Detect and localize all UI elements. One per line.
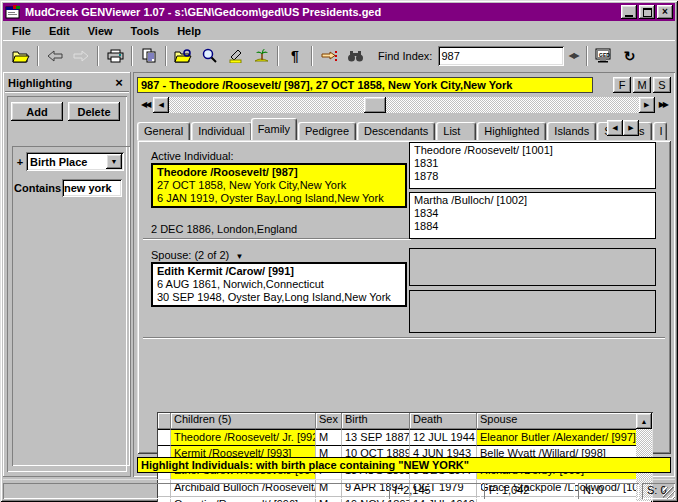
find-index-label: Find Index: xyxy=(378,50,432,62)
highlighting-panel-body: Add Delete + Birth Place ▼ Contains xyxy=(7,96,127,472)
toolbar-separator xyxy=(311,46,313,66)
marriage-date: 2 DEC 1886, London,England xyxy=(151,223,297,235)
maximize-button[interactable] xyxy=(639,5,655,19)
copy-icon xyxy=(142,48,156,63)
tab-islands[interactable]: Islands xyxy=(547,122,596,140)
main-area: 987 - Theodore /Roosevelt/ [987], 27 OCT… xyxy=(133,72,675,477)
highlighter-icon xyxy=(228,48,243,63)
contains-input[interactable] xyxy=(62,179,122,197)
tab-highlighted[interactable]: Highlighted xyxy=(477,122,546,140)
death-column-header[interactable]: Death xyxy=(410,413,477,429)
expand-rule-icon[interactable]: + xyxy=(14,156,26,168)
svg-text:GED: GED xyxy=(599,52,610,58)
refresh-button[interactable]: ↻ xyxy=(617,44,643,68)
panel-close-icon[interactable]: × xyxy=(112,75,126,90)
highlight-status-bar: Highlight Individuals: with birth place … xyxy=(137,457,671,473)
menu-file[interactable]: File xyxy=(3,23,40,39)
spouse-button[interactable]: S xyxy=(653,77,671,93)
tab-scroll-left-button[interactable]: ◀ xyxy=(607,120,623,136)
tab-list[interactable]: List xyxy=(436,122,476,140)
minimize-icon xyxy=(625,15,633,17)
active-individual-bar: 987 - Theodore /Roosevelt/ [987], 27 OCT… xyxy=(137,77,593,93)
menu-edit[interactable]: Edit xyxy=(40,23,79,39)
scrollbar-thumb[interactable] xyxy=(364,97,386,113)
record-navigator: ◀◀ ◀ ▶ ▶▶ xyxy=(137,96,671,113)
sex-column-header[interactable]: Sex xyxy=(316,413,342,429)
status-notes: N: 0 xyxy=(578,483,639,499)
toolbar-separator xyxy=(165,46,167,66)
chevron-down-icon[interactable]: ▼ xyxy=(106,154,122,169)
tab-individual[interactable]: Individual xyxy=(191,122,251,140)
scroll-up-button[interactable]: ▲ xyxy=(636,413,652,429)
toolbar-separator xyxy=(37,46,39,66)
tab-truncated[interactable]: I xyxy=(653,122,667,140)
highlight-button[interactable] xyxy=(222,44,248,68)
menu-tools[interactable]: Tools xyxy=(122,23,169,39)
table-row[interactable]: Theodore /Roosevelt/ Jr. [992 M 13 SEP 1… xyxy=(158,429,652,446)
find-button[interactable] xyxy=(342,44,368,68)
title-bar: MudCreek GENViewer 1.07 - s:\GEN\Gedcom\… xyxy=(3,3,675,21)
record-scrollbar[interactable] xyxy=(169,97,638,113)
tab-family[interactable]: Family xyxy=(251,118,297,140)
menu-bar: File Edit View Tools Help xyxy=(3,21,675,40)
menu-help[interactable]: Help xyxy=(168,23,210,39)
open-file-button[interactable] xyxy=(8,44,34,68)
forward-button[interactable] xyxy=(68,44,94,68)
magnifier-icon xyxy=(202,48,217,63)
status-individuals: I: 2,145 xyxy=(389,483,481,499)
ged-view-button[interactable]: GED xyxy=(591,44,617,68)
back-button[interactable] xyxy=(42,44,68,68)
zoom-button[interactable] xyxy=(196,44,222,68)
toolbar-separator xyxy=(277,46,279,66)
spouse-label: Spouse: (2 of 2) ▼ xyxy=(151,249,243,261)
menu-view[interactable]: View xyxy=(79,23,122,39)
active-individual-label: Active Individual: xyxy=(151,150,234,162)
scroll-left-button[interactable]: ◀ xyxy=(153,97,169,113)
islands-button[interactable] xyxy=(248,44,274,68)
back-arrow-icon xyxy=(47,50,63,62)
goto-button[interactable] xyxy=(316,44,342,68)
children-column-header[interactable]: Children (5) xyxy=(171,413,316,429)
scroll-right-button[interactable]: ▶ xyxy=(639,97,655,113)
highlighting-panel-header: Highlighting × xyxy=(5,74,129,92)
field-dropdown[interactable]: Birth Place ▼ xyxy=(26,152,124,171)
contains-label: Contains xyxy=(14,182,62,194)
find-index-input[interactable] xyxy=(438,46,564,66)
mother-box[interactable]: Martha /Bulloch/ [1002] 1834 1884 xyxy=(409,192,656,239)
add-button[interactable]: Add xyxy=(11,102,63,121)
active-individual-box[interactable]: Theodore /Roosevelt/ [987] 27 OCT 1858, … xyxy=(151,163,407,208)
last-record-button[interactable]: ▶▶ xyxy=(655,100,671,109)
window-title: MudCreek GENViewer 1.07 - s:\GEN\Gedcom\… xyxy=(25,6,619,18)
formatting-marks-button[interactable]: ¶ xyxy=(282,44,308,68)
close-button[interactable]: × xyxy=(657,5,673,19)
print-button[interactable] xyxy=(102,44,128,68)
folder-search-icon xyxy=(174,49,192,63)
highlight-rule-group: + Birth Place ▼ Contains xyxy=(12,146,130,466)
tab-scroll-right-button[interactable]: ▶ xyxy=(623,120,639,136)
maximize-icon xyxy=(643,8,652,17)
father-box[interactable]: Theodore /Roosevelt/ [1001] 1831 1878 xyxy=(409,142,656,189)
spouse-father-box[interactable] xyxy=(409,248,656,286)
spouse-dropdown-icon[interactable]: ▼ xyxy=(235,252,243,261)
pilcrow-icon: ¶ xyxy=(291,48,299,64)
first-record-button[interactable]: ◀◀ xyxy=(137,100,153,109)
delete-button[interactable]: Delete xyxy=(68,102,120,121)
app-icon xyxy=(5,5,21,19)
resize-grip[interactable] xyxy=(663,487,675,499)
app-window: MudCreek GENViewer 1.07 - s:\GEN\Gedcom\… xyxy=(0,0,678,502)
browse-highlights-button[interactable] xyxy=(170,44,196,68)
spouse-column-header[interactable]: Spouse xyxy=(477,413,652,429)
tab-pedigree[interactable]: Pedigree xyxy=(298,122,356,140)
birth-column-header[interactable]: Birth xyxy=(342,413,410,429)
ged-monitor-icon: GED xyxy=(595,48,613,63)
tab-general[interactable]: General xyxy=(137,122,190,140)
spouse-box[interactable]: Edith Kermit /Carow/ [991] 6 AUG 1861, N… xyxy=(151,262,407,307)
spouse-mother-box[interactable] xyxy=(409,290,656,333)
tab-descendants[interactable]: Descendants xyxy=(357,122,435,140)
minimize-button[interactable] xyxy=(621,5,637,19)
print-icon xyxy=(107,49,124,63)
father-button[interactable]: F xyxy=(613,77,631,93)
index-spinner[interactable]: ◀▶ xyxy=(568,51,578,60)
mother-button[interactable]: M xyxy=(633,77,651,93)
copy-button[interactable] xyxy=(136,44,162,68)
